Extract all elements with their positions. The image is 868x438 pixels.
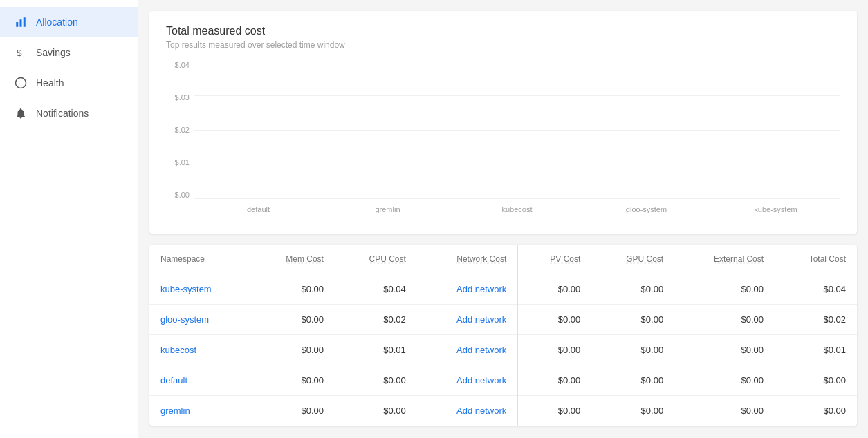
cell-mem-cost: $0.00 — [251, 365, 335, 396]
cell-namespace: gremlin — [149, 396, 251, 426]
cell-cpu-cost: $0.00 — [335, 365, 417, 396]
bar-chart-icon — [14, 15, 28, 29]
main-content: Total measured cost Top results measured… — [138, 0, 868, 438]
add-network-button[interactable]: Add network — [456, 314, 506, 325]
sidebar-item-label: Health — [36, 77, 64, 88]
cell-total-cost: $0.01 — [775, 335, 857, 365]
bars-container — [194, 61, 840, 198]
col-mem-cost: Mem Cost — [251, 245, 335, 274]
cell-pv-cost: $0.00 — [518, 335, 592, 365]
cell-namespace: default — [149, 365, 251, 396]
cell-gpu-cost: $0.00 — [591, 335, 674, 365]
x-label-kube-system: kube-system — [711, 205, 840, 213]
bar-gremlin — [331, 197, 455, 198]
warning-circle-icon: ! — [14, 76, 28, 90]
bar-default — [207, 197, 331, 198]
x-label-gloo-system: gloo-system — [582, 205, 711, 213]
cell-external-cost: $0.00 — [674, 396, 775, 426]
cell-total-cost: $0.00 — [775, 365, 857, 396]
cell-pv-cost: $0.00 — [518, 365, 592, 396]
add-network-button[interactable]: Add network — [456, 284, 506, 294]
namespace-link[interactable]: gremlin — [160, 406, 190, 416]
cell-mem-cost: $0.00 — [251, 335, 335, 365]
y-label-4: $.04 — [175, 61, 194, 69]
chart-section: Total measured cost Top results measured… — [149, 11, 857, 234]
chart-x-axis: default gremlin kubecost gloo-system kub… — [194, 199, 840, 220]
cell-total-cost: $0.04 — [775, 274, 857, 305]
cost-table: Namespace Mem Cost CPU Cost Network Cost… — [149, 245, 857, 426]
x-label-gremlin: gremlin — [323, 205, 452, 213]
dollar-icon: $ — [14, 46, 28, 59]
bell-icon — [14, 106, 28, 120]
y-label-3: $.03 — [175, 93, 194, 102]
cell-mem-cost: $0.00 — [251, 274, 335, 305]
cell-gpu-cost: $0.00 — [591, 365, 674, 396]
cell-network-cost: Add network — [417, 365, 518, 396]
cell-network-cost: Add network — [417, 335, 518, 365]
chart-y-axis: $.04 $.03 $.02 $.01 $.00 — [166, 61, 194, 199]
cell-pv-cost: $0.00 — [518, 274, 592, 305]
table-row: gloo-system$0.00$0.02Add network$0.00$0.… — [149, 305, 857, 335]
table-row: gremlin$0.00$0.00Add network$0.00$0.00$0… — [149, 396, 857, 426]
cell-network-cost: Add network — [417, 396, 518, 426]
cell-cpu-cost: $0.01 — [335, 335, 417, 365]
cell-pv-cost: $0.00 — [518, 305, 592, 335]
y-label-0: $.00 — [175, 191, 194, 199]
sidebar-item-label: Notifications — [36, 108, 89, 119]
cell-mem-cost: $0.00 — [251, 305, 335, 335]
sidebar-item-allocation[interactable]: Allocation — [0, 7, 138, 37]
cell-external-cost: $0.00 — [674, 305, 775, 335]
cell-external-cost: $0.00 — [674, 274, 775, 305]
table-body: kube-system$0.00$0.04Add network$0.00$0.… — [149, 274, 857, 426]
namespace-link[interactable]: gloo-system — [160, 314, 209, 325]
cell-network-cost: Add network — [417, 274, 518, 305]
table-row: kubecost$0.00$0.01Add network$0.00$0.00$… — [149, 335, 857, 365]
col-gpu-cost: GPU Cost — [591, 245, 674, 274]
sidebar: Allocation $ Savings ! Health Notificati… — [0, 0, 138, 438]
chart-title: Total measured cost — [166, 25, 840, 37]
cell-namespace: kube-system — [149, 274, 251, 305]
y-label-1: $.01 — [175, 158, 194, 166]
sidebar-item-label: Savings — [36, 47, 71, 58]
x-label-default: default — [194, 205, 323, 213]
namespace-link[interactable]: kube-system — [160, 284, 212, 294]
cell-cpu-cost: $0.00 — [335, 396, 417, 426]
cell-gpu-cost: $0.00 — [591, 305, 674, 335]
cell-external-cost: $0.00 — [674, 335, 775, 365]
add-network-button[interactable]: Add network — [456, 406, 506, 416]
col-external-cost: External Cost — [674, 245, 775, 274]
y-label-2: $.02 — [175, 126, 194, 134]
cell-gpu-cost: $0.00 — [591, 274, 674, 305]
chart-area: $.04 $.03 $.02 $.01 $.00 — [166, 61, 840, 220]
cell-cpu-cost: $0.04 — [335, 274, 417, 305]
cell-gpu-cost: $0.00 — [591, 396, 674, 426]
table-row: kube-system$0.00$0.04Add network$0.00$0.… — [149, 274, 857, 305]
sidebar-item-health[interactable]: ! Health — [0, 68, 138, 98]
table-section: Namespace Mem Cost CPU Cost Network Cost… — [149, 245, 857, 426]
table-header-row: Namespace Mem Cost CPU Cost Network Cost… — [149, 245, 857, 274]
svg-rect-1 — [20, 19, 22, 27]
x-label-kubecost: kubecost — [452, 205, 582, 213]
cell-pv-cost: $0.00 — [518, 396, 592, 426]
chart-subtitle: Top results measured over selected time … — [166, 40, 840, 50]
cell-cpu-cost: $0.02 — [335, 305, 417, 335]
col-cpu-cost: CPU Cost — [335, 245, 417, 274]
namespace-link[interactable]: default — [160, 375, 187, 385]
cell-total-cost: $0.00 — [775, 396, 857, 426]
svg-text:!: ! — [20, 79, 22, 87]
add-network-button[interactable]: Add network — [456, 375, 506, 385]
table-row: default$0.00$0.00Add network$0.00$0.00$0… — [149, 365, 857, 396]
add-network-button[interactable]: Add network — [456, 345, 506, 355]
cell-mem-cost: $0.00 — [251, 396, 335, 426]
cell-total-cost: $0.02 — [775, 305, 857, 335]
svg-text:$: $ — [17, 48, 22, 58]
sidebar-item-notifications[interactable]: Notifications — [0, 98, 138, 128]
sidebar-item-savings[interactable]: $ Savings — [0, 37, 138, 68]
col-namespace: Namespace — [149, 245, 251, 274]
cell-namespace: gloo-system — [149, 305, 251, 335]
namespace-link[interactable]: kubecost — [160, 345, 196, 355]
col-total-cost: Total Cost — [775, 245, 857, 274]
cell-namespace: kubecost — [149, 335, 251, 365]
sidebar-item-label: Allocation — [36, 17, 78, 28]
svg-rect-2 — [24, 17, 26, 27]
